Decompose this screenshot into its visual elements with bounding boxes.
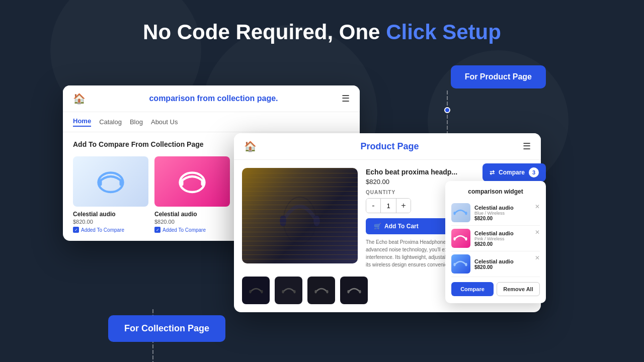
headphone-svg-1 [93,164,128,199]
widget-title: comparison widget [451,188,540,195]
svg-rect-24 [454,237,456,240]
thumb-headphone-2 [280,282,298,300]
product-compare-2: ✓ Added To Compare [154,227,230,233]
svg-rect-18 [314,290,316,293]
widget-item-name-3: Celestial audio [474,258,514,264]
widget-item-img-1 [451,203,470,222]
thumb-headphone-1 [247,282,265,300]
quantity-minus-button[interactable]: - [366,199,380,213]
thumb-headphone-4 [345,282,363,300]
widget-item-price-2: $820.00 [474,241,514,247]
widget-headphone-2 [451,229,469,247]
dot-seg [447,90,448,95]
dot-node [444,107,450,113]
widget-remove-button[interactable]: Remove All [497,282,540,296]
product-home-icon: 🏠 [244,140,257,152]
svg-rect-10 [280,216,286,226]
check-icon-1: ✓ [73,227,79,233]
thumbnail-3[interactable] [307,277,335,304]
widget-close-2[interactable]: ✕ [535,229,540,236]
product-window-header: 🏠 Product Page ☰ [234,133,541,160]
product-name-1: Celestial audio [73,211,148,218]
svg-rect-19 [326,290,328,293]
svg-rect-22 [454,212,456,215]
product-img-1 [73,156,148,207]
collection-home-icon: 🏠 [73,93,86,105]
dot-seg [152,309,153,313]
widget-item-2: Celestial audio Pink / Wireless $820.00 … [451,226,540,251]
dot-seg [447,126,448,130]
for-product-page-button[interactable]: For Product Page [451,65,546,88]
nav-catalog[interactable]: Catalog [99,118,122,126]
product-img-2 [154,156,230,207]
product-price-2: $820.00 [154,219,230,225]
widget-item-sub-1: Blue / Wireless [474,211,514,216]
svg-point-13 [313,216,320,226]
product-main-image [242,168,358,263]
quantity-value: 1 [380,199,396,213]
collection-menu-icon: ☰ [342,93,350,104]
compare-arrows-icon: ⇄ [490,169,495,176]
product-card-1: Celestial audio $820.00 ✓ Added To Compa… [73,156,148,233]
svg-rect-14 [249,290,251,293]
widget-compare-button[interactable]: Compare [451,282,494,296]
for-collection-page-button[interactable]: For Collection Page [108,315,225,342]
dot-seg [152,355,153,359]
compare-count-badge: 3 [529,167,539,177]
widget-close-3[interactable]: ✕ [535,254,540,261]
quantity-plus-button[interactable]: + [396,199,411,213]
widget-item-name-1: Celestial audio [474,205,514,211]
widget-item-name-2: Celestial audio [474,230,514,236]
svg-point-12 [280,216,286,226]
cart-icon: 🛒 [374,223,381,230]
dot-seg [152,350,153,354]
compare-float-label: Compare [499,169,525,176]
page-title-highlight: Click Setup [386,20,501,44]
widget-headphone-3 [451,254,469,273]
nav-home[interactable]: Home [73,117,91,127]
nav-about[interactable]: About Us [151,118,178,126]
dot-seg [447,120,448,124]
widget-item-img-2 [451,229,470,248]
collection-window-header: 🏠 comparison from collection page. ☰ [63,85,360,112]
compare-float-button[interactable]: ⇄ Compare 3 [482,163,546,182]
thumb-headphone-3 [312,282,331,300]
product-compare-1: ✓ Added To Compare [73,227,148,233]
widget-actions: Compare Remove All [451,282,540,296]
svg-rect-15 [261,290,263,293]
nav-blog[interactable]: Blog [130,118,143,126]
dot-seg [447,102,448,106]
product-window: 🏠 Product Page ☰ [234,133,541,312]
content-area: For Product Page 🏠 comparison from colle… [0,65,644,362]
widget-item-info-2: Celestial audio Pink / Wireless $820.00 [474,230,514,247]
check-icon-2: ✓ [154,227,160,233]
widget-item-info-1: Celestial audio Blue / Wireless $820.00 [474,205,514,221]
widget-item-price-1: $820.00 [474,216,514,221]
dot-seg [447,115,448,119]
headphone-svg-2 [175,164,210,199]
product-card-2: Celestial audio $820.00 ✓ Added To Compa… [154,156,230,233]
svg-rect-16 [282,290,284,293]
widget-item-img-3 [451,254,470,274]
product-menu-icon: ☰ [523,141,531,152]
svg-rect-23 [465,212,467,215]
svg-rect-11 [314,216,319,226]
product-window-title: Product Page [257,141,523,152]
thumbnail-2[interactable] [275,277,302,304]
thumbnail-1[interactable] [242,277,270,304]
svg-rect-25 [465,237,467,240]
page-header: No Code Required, One Click Setup [0,0,644,54]
thumbnail-4[interactable] [340,277,368,304]
widget-headphone-1 [451,203,469,221]
page-title: No Code Required, One Click Setup [10,20,634,44]
svg-rect-21 [359,290,361,293]
cart-btn-label: Add To Cart [384,223,419,230]
svg-rect-17 [293,290,295,293]
dot-seg [152,344,153,348]
widget-item-1: Celestial audio Blue / Wireless $820.00 … [451,200,540,226]
widget-item-sub-2: Pink / Wireless [474,236,514,241]
widget-close-1[interactable]: ✕ [535,203,540,210]
svg-rect-20 [347,290,349,293]
widget-item-price-3: $820.00 [474,264,514,270]
quantity-control: - 1 + [366,198,411,213]
